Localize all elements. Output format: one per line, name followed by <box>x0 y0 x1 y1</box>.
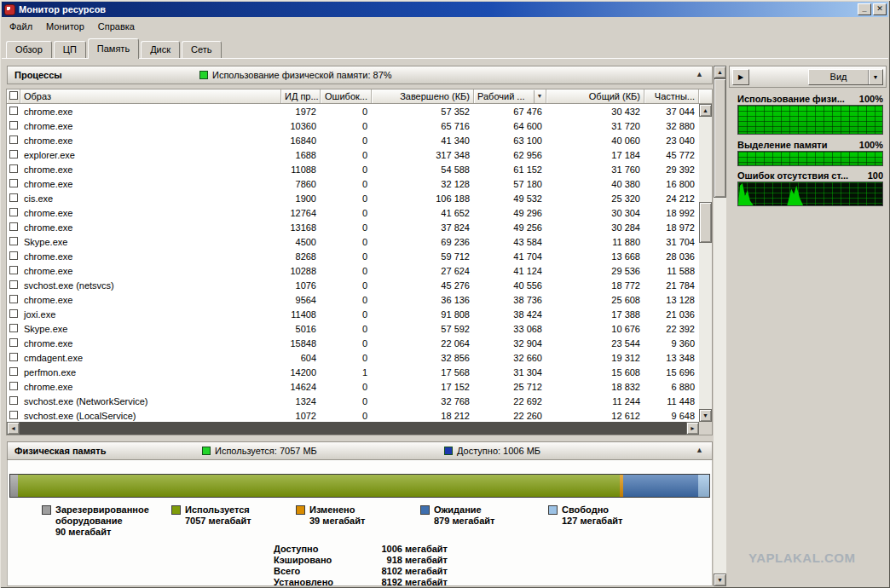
tab-network[interactable]: Сеть <box>182 41 221 58</box>
process-row[interactable]: chrome.exe 16840 0 41 340 63 100 40 060 … <box>7 133 699 147</box>
tab-cpu[interactable]: ЦП <box>54 41 86 58</box>
menu-help[interactable]: Справка <box>91 19 142 34</box>
row-checkbox[interactable] <box>9 251 18 260</box>
row-checkbox[interactable] <box>9 121 18 130</box>
process-row[interactable]: chrome.exe 9564 0 36 136 38 736 25 608 1… <box>7 292 699 307</box>
process-hard-faults: 0 <box>321 222 372 233</box>
scroll-down-icon[interactable]: ▼ <box>699 409 712 422</box>
menu-monitor[interactable]: Монитор <box>39 19 91 34</box>
row-checkbox[interactable] <box>9 150 18 159</box>
process-row[interactable]: chrome.exe 1972 0 57 352 67 476 30 432 3… <box>7 104 699 118</box>
menubar: Файл Монитор Справка <box>2 17 888 36</box>
process-row[interactable]: cmdagent.exe 604 0 32 856 32 660 19 312 … <box>7 350 699 365</box>
process-row[interactable]: chrome.exe 15848 0 22 064 32 904 23 544 … <box>7 336 699 350</box>
row-checkbox[interactable] <box>9 295 18 303</box>
process-row[interactable]: chrome.exe 7860 0 32 128 57 180 40 380 1… <box>7 176 699 191</box>
process-commit: 27 624 <box>372 266 474 276</box>
row-checkbox[interactable] <box>9 324 18 332</box>
expand-panel-icon[interactable]: ▶ <box>732 69 749 85</box>
main-vertical-scrollbar[interactable]: ▲ ▼ <box>714 66 726 586</box>
table-vertical-scrollbar[interactable]: ▲ ▼ <box>699 104 712 422</box>
legend-value: 39 мегабайт <box>309 516 365 527</box>
row-checkbox[interactable] <box>9 382 18 390</box>
process-row[interactable]: chrome.exe 14624 0 17 152 25 712 18 832 … <box>7 379 699 394</box>
column-header-pid[interactable]: ИД пр... <box>281 89 321 103</box>
column-header-commit[interactable]: Завершено (КБ) <box>372 89 474 103</box>
process-shareable: 40 380 <box>546 179 644 189</box>
main-scroll-up-icon[interactable]: ▲ <box>714 66 726 78</box>
main-scroll-thumb[interactable] <box>714 78 726 198</box>
stat-label: Доступно <box>274 544 355 555</box>
process-working-set: 32 904 <box>474 338 546 349</box>
row-checkbox[interactable] <box>9 411 18 419</box>
main-scroll-down-icon[interactable]: ▼ <box>714 574 726 586</box>
process-hard-faults: 0 <box>321 338 372 349</box>
collapse-processes-icon[interactable]: ▲ <box>696 70 703 78</box>
tab-overview[interactable]: Обзор <box>6 41 52 58</box>
process-row[interactable]: Skype.exe 5016 0 57 592 33 068 10 676 22… <box>7 321 699 336</box>
process-row[interactable]: chrome.exe 11088 0 54 588 61 152 31 760 … <box>7 162 699 176</box>
legend-label: Зарезервированное оборудование <box>55 504 171 527</box>
process-commit: 57 592 <box>372 324 474 334</box>
process-row[interactable]: joxi.exe 11408 0 91 808 38 424 17 388 21… <box>7 307 699 321</box>
process-row[interactable]: chrome.exe 12764 0 41 652 49 296 30 304 … <box>7 205 699 220</box>
scroll-right-icon[interactable]: ► <box>686 422 699 435</box>
row-checkbox[interactable] <box>9 266 18 274</box>
table-scroll-track[interactable] <box>699 117 712 409</box>
column-header-hard-faults[interactable]: Ошибок... <box>321 89 372 103</box>
main-scroll-track[interactable] <box>714 78 726 574</box>
process-shareable: 15 608 <box>546 367 644 378</box>
row-checkbox[interactable] <box>9 237 18 245</box>
row-checkbox[interactable] <box>9 164 18 173</box>
row-checkbox[interactable] <box>9 193 18 202</box>
row-checkbox[interactable] <box>9 107 18 115</box>
row-checkbox[interactable] <box>9 222 18 231</box>
view-dropdown[interactable]: Вид ▼ <box>808 69 883 85</box>
table-horizontal-scrollbar[interactable]: ◄ ► <box>7 422 712 435</box>
sort-dropdown-icon[interactable]: ▼ <box>534 90 545 103</box>
graph1-plot <box>737 105 883 135</box>
process-row[interactable]: chrome.exe 10360 0 65 716 64 600 31 720 … <box>7 118 699 133</box>
process-row[interactable]: chrome.exe 8268 0 59 712 41 704 13 668 2… <box>7 249 699 263</box>
view-dropdown-arrow-icon[interactable]: ▼ <box>868 70 882 84</box>
menu-file[interactable]: Файл <box>3 19 39 34</box>
row-checkbox[interactable] <box>9 280 18 289</box>
tab-disk[interactable]: Диск <box>141 41 180 58</box>
row-checkbox[interactable] <box>9 367 18 376</box>
row-checkbox[interactable] <box>9 179 18 187</box>
process-row[interactable]: perfmon.exe 14200 1 17 568 31 304 15 608… <box>7 365 699 379</box>
memory-segment-hardware-reserved <box>10 475 18 497</box>
process-row[interactable]: chrome.exe 10288 0 27 624 41 124 29 536 … <box>7 263 699 278</box>
collapse-memory-icon[interactable]: ▲ <box>696 446 703 454</box>
column-header-image[interactable]: Образ <box>20 89 281 103</box>
scroll-up-icon[interactable]: ▲ <box>699 104 712 117</box>
process-private: 21 036 <box>644 309 699 320</box>
process-row[interactable]: svchost.exe (LocalService) 1072 0 18 212… <box>7 408 699 422</box>
scroll-left-icon[interactable]: ◄ <box>7 422 20 435</box>
table-scroll-thumb[interactable] <box>699 202 712 243</box>
process-hard-faults: 0 <box>321 309 372 320</box>
process-row[interactable]: svchost.exe (NetworkService) 1324 0 32 7… <box>7 394 699 408</box>
row-checkbox[interactable] <box>9 309 18 318</box>
column-header-working-set[interactable]: Рабочий ... ▼ <box>474 89 546 103</box>
row-checkbox[interactable] <box>9 208 18 216</box>
minimize-button[interactable]: _ <box>858 3 871 15</box>
row-checkbox[interactable] <box>9 396 18 405</box>
tab-memory[interactable]: Память <box>88 38 139 59</box>
row-checkbox[interactable] <box>9 135 18 144</box>
process-row[interactable]: Skype.exe 4500 0 69 236 43 584 11 880 31… <box>7 234 699 249</box>
process-row[interactable]: cis.exe 1900 0 106 188 49 532 25 320 24 … <box>7 191 699 205</box>
row-checkbox[interactable] <box>9 353 18 361</box>
process-row[interactable]: chrome.exe 13168 0 37 824 49 256 30 284 … <box>7 220 699 234</box>
process-row[interactable]: svchost.exe (netsvcs) 1076 0 45 276 40 5… <box>7 278 699 292</box>
stat-value: 8192 мегабайт <box>355 577 448 588</box>
process-row[interactable]: explorer.exe 1688 0 317 348 62 956 17 18… <box>7 147 699 162</box>
column-header-private[interactable]: Частны... <box>644 89 699 103</box>
select-all-checkbox[interactable] <box>9 91 18 100</box>
graph3-plot <box>737 182 883 206</box>
column-header-shareable[interactable]: Общий (КБ) <box>546 89 644 103</box>
legend-value: 90 мегабайт <box>55 527 171 538</box>
row-checkbox[interactable] <box>9 338 18 347</box>
close-button[interactable]: ✕ <box>873 3 887 15</box>
horizontal-scroll-track[interactable] <box>20 422 686 435</box>
